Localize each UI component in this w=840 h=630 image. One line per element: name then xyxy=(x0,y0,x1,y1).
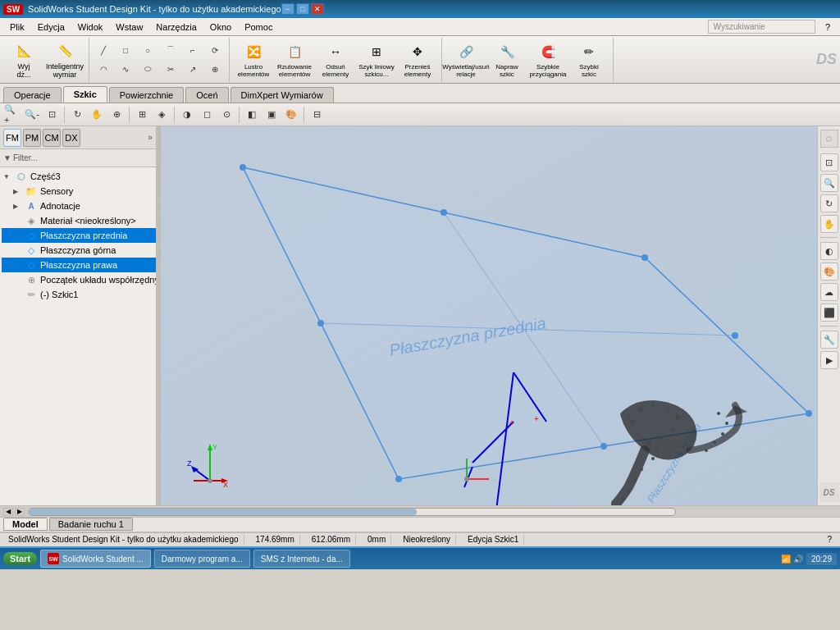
render-right[interactable]: ◐ xyxy=(820,242,838,260)
shading-btn[interactable]: ◑ xyxy=(178,106,196,124)
zoom-fit-btn[interactable]: ⊡ xyxy=(43,106,61,124)
scroll-left[interactable]: ◀ xyxy=(3,508,13,516)
feature-manager-tab[interactable]: FM xyxy=(3,129,21,147)
svg-point-8 xyxy=(395,476,402,482)
start-button[interactable]: Start xyxy=(3,552,37,565)
help-status-btn[interactable]: ? xyxy=(822,535,837,544)
przeniesy-button[interactable]: ✥ Przenieśelementy xyxy=(397,39,438,81)
scene-right[interactable]: ☁ xyxy=(820,283,838,301)
fillet-tool[interactable]: ⌒ xyxy=(160,41,181,59)
section-view-btn[interactable]: ◧ xyxy=(243,106,261,124)
view-iso-btn[interactable]: ◈ xyxy=(153,106,171,124)
offset-tool[interactable]: ⟳ xyxy=(204,41,226,59)
taskbar-sms[interactable]: SMS z Internetu - da... xyxy=(253,550,350,568)
rotate-right[interactable]: ↻ xyxy=(820,194,838,212)
tab-badanie-ruchu[interactable]: Badanie ruchu 1 xyxy=(49,518,133,531)
tab-model[interactable]: Model xyxy=(3,518,48,531)
tree-item-sensory[interactable]: ▶ 📁 Sensory xyxy=(2,184,158,199)
ellipse-tool[interactable]: ⬭ xyxy=(137,60,158,78)
zoom-out-btn[interactable]: 🔍- xyxy=(23,106,41,124)
panel-expand-btn[interactable]: » xyxy=(144,131,157,144)
hidden-lines-btn[interactable]: ⊙ xyxy=(217,106,235,124)
trim-tool[interactable]: ✂ xyxy=(160,60,181,78)
zoom-in-btn[interactable]: 🔍+ xyxy=(3,106,21,124)
tree-item-material[interactable]: ◈ Materiał <nieokreślony> xyxy=(2,213,158,228)
appearance-btn[interactable]: 🎨 xyxy=(282,106,300,124)
pp-label: Płaszczyzna przednia xyxy=(40,231,127,240)
tree-item-czesc3[interactable]: ▼ ⬡ Część3 xyxy=(2,169,158,184)
view-cube[interactable]: ⬡ xyxy=(820,130,838,148)
rect-tool[interactable]: □ xyxy=(115,41,136,59)
circle-tool[interactable]: ○ xyxy=(137,41,158,59)
wyj-button[interactable]: 📐 Wyjdż... xyxy=(3,39,44,81)
zoom-area-btn[interactable]: ⊕ xyxy=(107,106,126,124)
tab-ocen[interactable]: Oceń xyxy=(185,87,228,103)
config-manager-tab[interactable]: CM xyxy=(43,129,61,147)
zoom-in-right[interactable]: 🔍 xyxy=(820,174,838,192)
convert-tool[interactable]: ⊕ xyxy=(204,60,226,78)
pan-right[interactable]: ✋ xyxy=(820,215,838,233)
panel-resize-handle[interactable] xyxy=(156,126,160,505)
inteligentny-wymiar-button[interactable]: 📏 Inteligentnywymiar xyxy=(44,39,85,81)
minimize-button[interactable]: − xyxy=(281,3,294,15)
spline-tool[interactable]: ∿ xyxy=(115,60,136,78)
rzutowanie-button[interactable]: 📋 Rzutowanieelementów xyxy=(274,39,315,81)
viewport[interactable]: Płaszczyzna przednia Płaszczyzna prawa +… xyxy=(161,126,817,505)
szyk-button[interactable]: ⊞ Szyk liniowyszkicu... xyxy=(356,39,397,81)
wireframe-btn[interactable]: ◻ xyxy=(198,106,216,124)
napraw-button[interactable]: 🔧 Naprawszkic xyxy=(486,39,527,81)
taskbar-solidworks[interactable]: SW SolidWorks Student ... xyxy=(40,550,151,568)
more-views-btn[interactable]: ⊟ xyxy=(308,106,326,124)
menu-widok[interactable]: Widok xyxy=(71,21,110,34)
simulate-right[interactable]: ▶ xyxy=(820,351,838,369)
menu-wstaw[interactable]: Wstaw xyxy=(109,21,149,34)
chamfer-tool[interactable]: ⌐ xyxy=(182,41,203,59)
view-options-btn[interactable]: ▣ xyxy=(262,106,281,124)
filter-btn[interactable]: Filter... xyxy=(13,153,38,162)
dim-xpert-tab[interactable]: DX xyxy=(62,129,80,147)
menu-pomoc[interactable]: Pomoc xyxy=(238,21,279,34)
tree-item-plaszczyzna-prawa[interactable]: ◇ Płaszczyzna prawa xyxy=(2,258,158,272)
menu-narzedzia[interactable]: Narzędzia xyxy=(149,21,203,34)
h-scrollbar[interactable] xyxy=(28,508,676,516)
tree-item-plaszczyzna-przednia[interactable]: ◇ Płaszczyzna przednia xyxy=(2,228,158,243)
zoom-to-fit-right[interactable]: ⊡ xyxy=(820,153,838,171)
tree-arrow-czesc3: ▼ xyxy=(3,173,15,180)
h-scrollbar-thumb[interactable] xyxy=(29,509,417,515)
tree-item-poczatek[interactable]: ⊕ Początek układu współrzędny... xyxy=(2,272,158,287)
tree-arrow-adnotacje: ▶ xyxy=(13,203,25,210)
toolbox-right[interactable]: 🔧 xyxy=(820,331,838,349)
szybkie-button[interactable]: 🧲 Szybkieprzyciągania xyxy=(527,39,568,81)
svg-text:Y: Y xyxy=(212,443,217,451)
wyswietlaj-button[interactable]: 🔗 Wyświetlaj/usuńrelacje xyxy=(445,39,486,81)
tab-operacje[interactable]: Operacje xyxy=(3,87,62,103)
svg-point-35 xyxy=(713,441,716,444)
rotate-btn[interactable]: ↻ xyxy=(68,106,86,124)
scroll-right[interactable]: ▶ xyxy=(15,508,25,516)
search-box[interactable]: Wyszukiwanie xyxy=(708,20,815,34)
help-button[interactable]: ? xyxy=(819,21,837,34)
lustro-button[interactable]: 🔀 Lustroelementów xyxy=(233,39,274,81)
appearances-right[interactable]: 🎨 xyxy=(820,262,838,281)
tree-item-adnotacje[interactable]: ▶ A Adnotacje xyxy=(2,199,158,213)
arc-tool[interactable]: ◠ xyxy=(93,60,114,78)
menu-okno[interactable]: Okno xyxy=(203,21,238,34)
decals-right[interactable]: ⬛ xyxy=(820,304,838,322)
taskbar-darmowy[interactable]: Darmowy program a... xyxy=(154,550,250,568)
tree-item-plaszczyzna-gorna[interactable]: ◇ Płaszczyzna górna xyxy=(2,243,158,258)
maximize-button[interactable]: □ xyxy=(296,3,309,15)
line-tool[interactable]: ╱ xyxy=(93,41,114,59)
odsun-button[interactable]: ↔ Odsuńelementy xyxy=(315,39,356,81)
close-button[interactable]: ✕ xyxy=(311,3,324,15)
view-normal-btn[interactable]: ⊞ xyxy=(133,106,151,124)
tab-dimxpert[interactable]: DimXpert Wymiarów xyxy=(231,87,334,103)
pan-btn[interactable]: ✋ xyxy=(88,106,106,124)
extend-tool[interactable]: ↗ xyxy=(182,60,203,78)
szybki-szkic-button[interactable]: ✏ Szybkiszkic xyxy=(568,39,609,81)
tab-powierzchnie[interactable]: Powierzchnie xyxy=(109,87,184,103)
menu-plik[interactable]: Plik xyxy=(3,21,31,34)
tree-item-szkic1[interactable]: ✏ (-) Szkic1 xyxy=(2,287,158,302)
menu-edycja[interactable]: Edycja xyxy=(31,21,71,34)
property-manager-tab[interactable]: PM xyxy=(23,129,41,147)
tab-szkic[interactable]: Szkic xyxy=(63,86,107,103)
